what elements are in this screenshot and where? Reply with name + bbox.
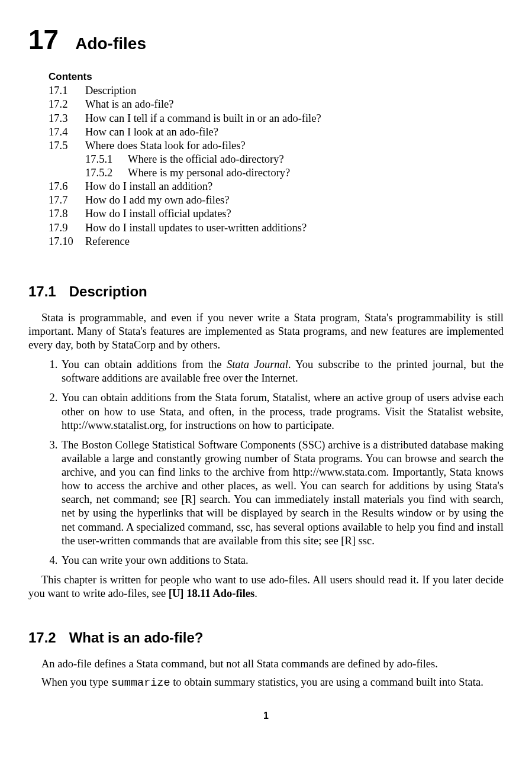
toc-number: 17.10 <box>49 235 85 248</box>
toc-number: 17.4 <box>49 125 85 139</box>
toc-title: How can I tell if a command is built in … <box>85 112 321 125</box>
toc-number: 17.9 <box>49 221 85 235</box>
toc-title: How do I install updates to user-written… <box>85 221 307 235</box>
toc-title: Description <box>85 84 136 98</box>
text-run: When you type <box>41 676 111 688</box>
toc-title: How do I add my own ado-files? <box>85 193 230 207</box>
emphasis-stata-journal: Stata Journal <box>227 359 288 370</box>
toc-subnumber: 17.5.1 <box>85 153 128 166</box>
numbered-list: You can obtain additions from the Stata … <box>28 358 504 567</box>
toc-entry: 17.4 How can I look at an ado-file? <box>49 125 504 139</box>
toc-entry: 17.3 How can I tell if a command is buil… <box>49 112 504 125</box>
section-title: Description <box>69 283 147 299</box>
toc-entry: 17.10 Reference <box>49 235 504 248</box>
cross-reference: [U] 18.11 Ado-files <box>169 587 254 599</box>
section-number: 17.1 <box>28 283 56 301</box>
toc-number: 17.8 <box>49 207 85 221</box>
toc-title: How can I look at an ado-file? <box>85 125 218 139</box>
section-heading-description: 17.1Description <box>28 283 504 301</box>
toc-number: 17.3 <box>49 112 85 125</box>
toc-subnumber: 17.5.2 <box>85 166 128 180</box>
toc-entry: 17.5 Where does Stata look for ado-files… <box>49 139 504 153</box>
toc-title: How do I install official updates? <box>85 207 231 221</box>
chapter-number: 17 <box>28 26 59 53</box>
chapter-title: Ado-files <box>75 33 146 54</box>
toc-subtitle: Where is my personal ado-directory? <box>128 166 290 180</box>
contents-block: Contents 17.1 Description 17.2 What is a… <box>49 70 504 248</box>
toc-entry: 17.1 Description <box>49 84 504 98</box>
contents-label: Contents <box>49 70 504 83</box>
list-item: The Boston College Statistical Software … <box>60 438 504 548</box>
text-run: You can obtain additions from the <box>62 359 227 370</box>
list-item: You can write your own additions to Stat… <box>60 554 504 567</box>
toc-number: 17.6 <box>49 180 85 193</box>
section-heading-what-is-ado: 17.2What is an ado-file? <box>28 629 504 647</box>
toc-number: 17.7 <box>49 193 85 207</box>
toc-entry: 17.6 How do I install an addition? <box>49 180 504 193</box>
toc-number: 17.2 <box>49 98 85 111</box>
text-run: This chapter is written for people who w… <box>28 574 504 599</box>
list-item: You can obtain additions from the Stata … <box>60 391 504 432</box>
toc-sub-entry: 17.5.1 Where is the official ado-directo… <box>49 153 504 166</box>
paragraph: An ado-file defines a Stata command, but… <box>28 657 504 671</box>
paragraph: When you type summarize to obtain summar… <box>28 676 504 690</box>
toc-title: Reference <box>85 235 130 248</box>
toc-number: 17.5 <box>49 139 85 153</box>
section-number: 17.2 <box>28 629 56 647</box>
toc-entry: 17.7 How do I add my own ado-files? <box>49 193 504 207</box>
page-number: 1 <box>28 710 504 722</box>
section-title: What is an ado-file? <box>69 629 204 645</box>
toc-title: How do I install an addition? <box>85 180 212 193</box>
toc-number: 17.1 <box>49 84 85 98</box>
chapter-heading: 17 Ado-files <box>28 26 504 54</box>
toc-entry: 17.9 How do I install updates to user-wr… <box>49 221 504 235</box>
toc-entry: 17.2 What is an ado-file? <box>49 98 504 111</box>
text-run: . <box>254 587 257 599</box>
toc-sub-entry: 17.5.2 Where is my personal ado-director… <box>49 166 504 180</box>
toc-title: What is an ado-file? <box>85 98 173 111</box>
paragraph: Stata is programmable, and even if you n… <box>28 311 504 352</box>
list-item: You can obtain additions from the Stata … <box>60 358 504 385</box>
toc-title: Where does Stata look for ado-files? <box>85 139 246 153</box>
toc-entry: 17.8 How do I install official updates? <box>49 207 504 221</box>
toc-subtitle: Where is the official ado-directory? <box>128 153 284 166</box>
code-summarize: summarize <box>111 677 170 689</box>
text-run: to obtain summary statistics, you are us… <box>170 676 483 688</box>
paragraph: This chapter is written for people who w… <box>28 573 504 601</box>
